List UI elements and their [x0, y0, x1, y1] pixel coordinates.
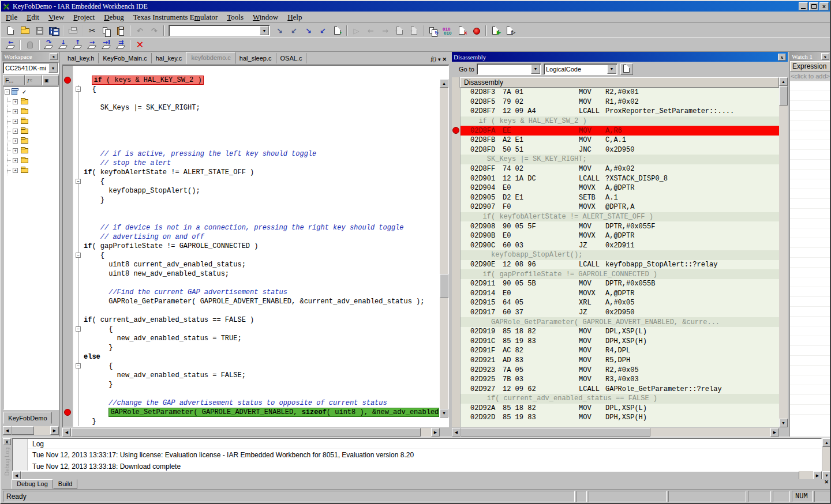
watch-column-header[interactable]: Expression: [790, 61, 831, 72]
disassembly-instruction-row[interactable]: 02D921AD 83MOVR5,DPH: [452, 356, 779, 366]
scroll-left-icon[interactable]: ◀: [62, 428, 71, 437]
code-line[interactable]: if( keyfobAlertState != ALERT_STATE_OFF …: [63, 168, 439, 177]
breakpoint-gutter[interactable]: [63, 288, 73, 297]
breakpoint-gutter[interactable]: [63, 112, 73, 122]
expand-icon[interactable]: +: [13, 99, 18, 104]
fold-collapse-icon[interactable]: −: [76, 179, 81, 184]
memory-zone-combobox[interactable]: LogicalCode ▼: [544, 63, 617, 75]
tree-folder-row[interactable]: +: [3, 146, 58, 156]
editor-tab-KeyFob_Main-c[interactable]: KeyFob_Main.c: [99, 53, 151, 63]
disassembly-gutter[interactable]: [452, 136, 461, 145]
disassembly-gutter[interactable]: [452, 155, 461, 164]
editor-tab-hal_key-h[interactable]: hal_key.h: [63, 53, 99, 63]
disassembly-instruction-row[interactable]: 02D91564 05XRLA,#0x05: [452, 298, 779, 308]
run-to-cursor-button[interactable]: →I: [100, 39, 113, 51]
code-comment[interactable]: // advertising on and off: [84, 233, 439, 241]
disassembly-source-row[interactable]: keyfobapp_StopAlert();: [452, 250, 779, 260]
code-comment[interactable]: // if device is not in a connection, pre…: [84, 224, 439, 232]
breakpoint-gutter[interactable]: [63, 260, 73, 269]
disassembly-options-button[interactable]: [620, 63, 633, 75]
editor-vscrollbar[interactable]: ▲ ▼: [440, 79, 448, 418]
disassembly-instruction-row[interactable]: 02D907F0MOVX@DPTR,A: [452, 202, 779, 212]
code-text[interactable]: SK_Keys |= SK_KEY_RIGHT;: [84, 104, 439, 112]
expand-icon[interactable]: +: [13, 138, 18, 144]
scroll-right-icon[interactable]: ▶: [770, 428, 779, 437]
compile-button[interactable]: ↻: [426, 25, 440, 37]
code-text[interactable]: new_adv_enabled_status = TRUE;: [84, 334, 439, 343]
breakpoint-gutter[interactable]: [63, 140, 73, 149]
disassembly-instruction-row[interactable]: 02D90E12 08 96LCALLkeyfobapp_StopAlert::…: [452, 260, 779, 270]
code-line[interactable]: if ( keys & HAL_KEY_SW_2 ): [63, 76, 439, 85]
disassembly-instruction-row[interactable]: 02D90890 05 5FMOVDPTR,#0x055F: [452, 221, 779, 231]
chevron-down-icon[interactable]: ▼: [531, 65, 540, 74]
code-line[interactable]: if( gapProfileState != GAPROLE_CONNECTED…: [63, 242, 439, 251]
watch-empty-row[interactable]: [790, 209, 831, 219]
disassembly-instruction-row[interactable]: 02D9237A 05MOVR2,#0x05: [452, 365, 779, 375]
code-text[interactable]: GAPRole_GetParameter( GAPROLE_ADVERT_ENA…: [84, 298, 439, 306]
code-comment[interactable]: //Find the current GAP advertisement sta…: [84, 288, 439, 296]
log-close-icon[interactable]: x: [3, 438, 11, 445]
output-close-icon[interactable]: ✕: [824, 479, 829, 485]
menu-item-view[interactable]: View: [44, 12, 69, 22]
disassembly-gutter[interactable]: [452, 413, 461, 423]
watch-empty-row[interactable]: [790, 395, 831, 405]
code-line[interactable]: uint8 current_adv_enabled_status;: [63, 260, 439, 269]
copy-button[interactable]: [100, 25, 113, 37]
disassembly-gutter[interactable]: [452, 288, 461, 298]
breakpoint-gutter[interactable]: [63, 168, 73, 177]
disassembly-source-row[interactable]: if( gapProfileState != GAPROLE_CONNECTED…: [452, 269, 779, 279]
code-line[interactable]: new_adv_enabled_status = FALSE;: [63, 371, 439, 380]
breakpoint-gutter[interactable]: [63, 334, 73, 343]
disassembly-instruction-row[interactable]: 02D91FAC 82MOVR4,DPL: [452, 346, 779, 356]
disassembly-instruction-row[interactable]: 02D91C85 19 83MOVDPH,XSP(H): [452, 336, 779, 346]
code-comment[interactable]: // stop the alert: [84, 159, 439, 167]
menu-item-file[interactable]: File: [1, 12, 22, 22]
code-line[interactable]: − {: [63, 85, 439, 94]
watch-empty-row[interactable]: [790, 356, 831, 366]
tree-folder-row[interactable]: +: [3, 116, 58, 126]
disassembly-source-row[interactable]: GAPRole_GetParameter( GAPROLE_ADVERT_ENA…: [452, 317, 779, 327]
breakpoint-gutter[interactable]: [63, 85, 73, 94]
find-previous-button[interactable]: ↙: [287, 25, 301, 37]
fold-collapse-icon[interactable]: −: [76, 253, 81, 258]
disassembly-hscrollbar[interactable]: ◀ ▶: [452, 428, 779, 437]
code-text[interactable]: if( keyfobAlertState != ALERT_STATE_OFF …: [84, 168, 439, 176]
disassembly-gutter[interactable]: [452, 126, 461, 136]
scroll-left-icon[interactable]: ◀: [3, 426, 12, 435]
breakpoint-gutter[interactable]: [63, 398, 73, 408]
disassembly-gutter[interactable]: [452, 202, 461, 212]
disassembly-gutter[interactable]: [452, 116, 461, 126]
code-text[interactable]: }: [84, 344, 439, 352]
breakpoint-gutter[interactable]: [63, 389, 73, 398]
output-tab-build[interactable]: Build: [53, 479, 77, 489]
breakpoint-gutter[interactable]: [63, 94, 73, 103]
expand-icon[interactable]: +: [13, 109, 18, 114]
tree-folder-row[interactable]: +: [3, 166, 58, 175]
code-line[interactable]: }: [63, 343, 439, 352]
breakpoint-gutter[interactable]: [63, 343, 73, 352]
fold-collapse-icon[interactable]: −: [76, 326, 81, 332]
workspace-col-icon-2[interactable]: ▣: [42, 75, 59, 85]
breakpoint-gutter[interactable]: [63, 159, 73, 168]
disassembly-vscrollbar[interactable]: ▲ ▼: [779, 77, 788, 427]
code-line[interactable]: [63, 112, 439, 122]
scroll-up-icon[interactable]: ▲: [822, 438, 831, 447]
debug-without-downloading-button[interactable]: ▷: [503, 25, 516, 37]
watch-empty-row[interactable]: [790, 268, 831, 277]
chevron-down-icon[interactable]: ▼: [260, 26, 269, 35]
code-line[interactable]: [63, 306, 439, 315]
disassembly-gutter[interactable]: [452, 164, 461, 174]
watch-empty-row[interactable]: [790, 111, 831, 121]
workspace-config-combobox[interactable]: CC2541DK-mi ▼: [3, 62, 59, 74]
goto-combobox[interactable]: ▼: [477, 63, 541, 75]
breakpoint-gutter[interactable]: [63, 186, 73, 195]
disassembly-gutter[interactable]: [452, 384, 461, 394]
code-text[interactable]: if( current_adv_enabled_status == FALSE …: [84, 316, 439, 324]
find-next-button[interactable]: ↘: [273, 25, 286, 37]
reset-button[interactable]: ←: [4, 39, 17, 51]
watch-empty-row[interactable]: [790, 170, 831, 179]
disassembly-gutter[interactable]: [452, 404, 461, 413]
code-text[interactable]: }: [84, 196, 439, 204]
code-text[interactable]: }: [84, 381, 439, 389]
expand-icon[interactable]: +: [13, 129, 18, 134]
